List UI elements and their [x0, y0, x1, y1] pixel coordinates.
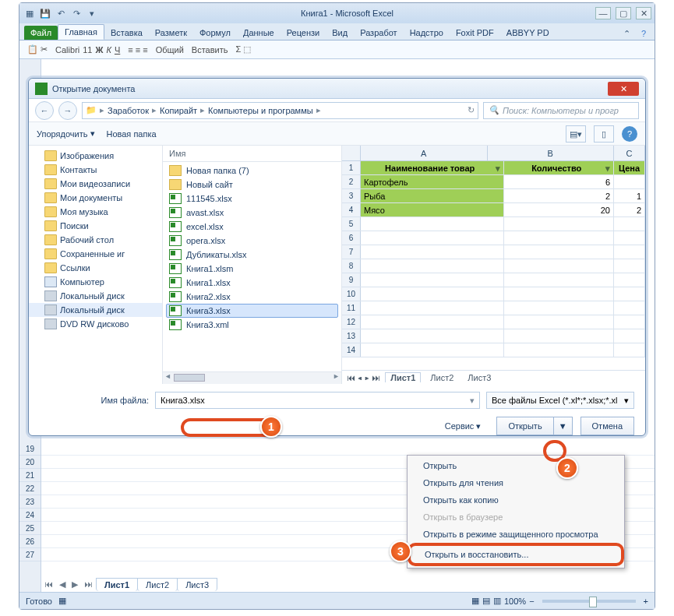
- tree-node[interactable]: Контакты: [29, 163, 162, 177]
- search-input[interactable]: 🔍 Поиск: Компьютеры и прогр: [483, 102, 639, 119]
- menu-item[interactable]: Открыть для чтения: [409, 474, 623, 491]
- row-header[interactable]: 20: [19, 456, 41, 469]
- tree-node[interactable]: Изображения: [29, 149, 162, 163]
- row-header[interactable]: 26: [19, 535, 41, 548]
- file-item[interactable]: Книга1.xlsx: [163, 276, 341, 290]
- font-size[interactable]: 11: [83, 45, 92, 55]
- tree-node[interactable]: Моя музыка: [29, 205, 162, 219]
- file-item[interactable]: Дубликаты.xlsx: [163, 248, 341, 262]
- minimize-button[interactable]: —: [595, 7, 611, 19]
- tab-formulas[interactable]: Формул: [193, 26, 237, 40]
- menu-item[interactable]: Открыть как копию: [409, 491, 623, 509]
- view-mode-button[interactable]: ▤▾: [566, 125, 586, 143]
- file-list[interactable]: Имя Новая папка (7)Новый сайт111545.xlsx…: [163, 146, 342, 384]
- file-item[interactable]: Книга3.xml: [163, 318, 341, 332]
- row-header[interactable]: 23: [19, 495, 41, 509]
- pv-tab-3[interactable]: Лист3: [463, 373, 496, 382]
- nav-back-button[interactable]: ←: [35, 101, 54, 120]
- save-icon[interactable]: 💾: [38, 6, 52, 20]
- row-header[interactable]: 27: [19, 548, 41, 561]
- file-list-header[interactable]: Имя: [163, 146, 341, 162]
- col-c[interactable]: C: [614, 146, 645, 160]
- row-header[interactable]: 22: [19, 482, 41, 495]
- pv-nav[interactable]: ⏮ ◀ ▶ ⏭: [347, 373, 380, 382]
- folder-tree[interactable]: ИзображенияКонтактыМои видеозаписиМои до…: [29, 146, 163, 384]
- sheet-nav-last[interactable]: ⏭: [81, 579, 96, 589]
- view-layout-icon[interactable]: ▤: [482, 596, 490, 606]
- file-item[interactable]: Книга1.xlsm: [163, 262, 341, 276]
- menu-item[interactable]: Открыть и восстановить...: [408, 543, 624, 566]
- refresh-icon[interactable]: ↻: [468, 105, 475, 115]
- file-item[interactable]: opera.xlsx: [163, 234, 341, 248]
- underline-button[interactable]: Ч: [115, 45, 120, 55]
- tab-view[interactable]: Вид: [326, 26, 354, 40]
- sheet-tab-3[interactable]: Лист3: [177, 578, 217, 591]
- file-type-filter[interactable]: Все файлы Excel (*.xl*;*.xlsx;*.xl▾: [486, 392, 634, 409]
- font-name[interactable]: Calibri: [55, 45, 79, 55]
- tab-developer[interactable]: Разработ: [354, 26, 403, 40]
- file-item[interactable]: 111545.xlsx: [163, 192, 341, 206]
- sheet-nav-prev[interactable]: ◀: [56, 579, 69, 590]
- zoom-slider[interactable]: [542, 600, 636, 603]
- undo-icon[interactable]: ↶: [54, 6, 68, 20]
- redo-icon[interactable]: ↷: [69, 6, 83, 20]
- horizontal-scrollbar[interactable]: [163, 371, 341, 384]
- tree-node[interactable]: Поиски: [29, 219, 162, 233]
- col-a[interactable]: A: [361, 146, 488, 160]
- file-item[interactable]: Книга2.xlsx: [163, 290, 341, 304]
- row-header[interactable]: 24: [19, 509, 41, 522]
- sheet-tab-1[interactable]: Лист1: [96, 578, 138, 591]
- tab-file[interactable]: Файл: [24, 26, 58, 40]
- sheet-nav-next[interactable]: ▶: [69, 579, 81, 590]
- pv-tab-1[interactable]: Лист1: [385, 372, 421, 382]
- file-item[interactable]: excel.xlsx: [163, 220, 341, 234]
- tab-addins[interactable]: Надстро: [404, 26, 450, 40]
- close-button[interactable]: ✕: [636, 7, 651, 19]
- zoom-in-icon[interactable]: +: [644, 597, 648, 606]
- tree-node[interactable]: Локальный диск: [29, 289, 162, 303]
- open-dropdown-arrow[interactable]: ▼: [554, 417, 573, 435]
- tab-data[interactable]: Данные: [237, 26, 281, 40]
- dialog-close-button[interactable]: ✕: [608, 82, 639, 96]
- tree-node[interactable]: Ссылки: [29, 261, 162, 275]
- tab-foxit[interactable]: Foxit PDF: [450, 26, 500, 40]
- preview-pane-button[interactable]: ▯: [594, 125, 614, 143]
- tree-node[interactable]: Компьютер: [29, 275, 162, 289]
- file-item[interactable]: avast.xlsx: [163, 206, 341, 220]
- view-break-icon[interactable]: ▥: [493, 596, 501, 606]
- bold-button[interactable]: Ж: [96, 45, 104, 55]
- maximize-button[interactable]: ▢: [616, 7, 631, 19]
- cancel-button[interactable]: Отмена: [580, 417, 634, 435]
- tab-abbyy[interactable]: ABBYY PD: [500, 26, 556, 40]
- tab-home[interactable]: Главная: [58, 24, 104, 40]
- qat-more-icon[interactable]: ▾: [85, 6, 99, 20]
- tools-menu[interactable]: Сервис ▾: [445, 421, 482, 431]
- tree-node[interactable]: Сохраненные иг: [29, 247, 162, 261]
- new-folder-button[interactable]: Новая папка: [106, 129, 156, 139]
- number-format[interactable]: Общий: [156, 45, 184, 55]
- ribbon-minimize-icon[interactable]: ⌃: [620, 27, 633, 40]
- tree-node[interactable]: Мои документы: [29, 191, 162, 205]
- breadcrumb[interactable]: 📁 ▸ Заработок▸ Копирайт▸ Компьютеры и пр…: [82, 102, 478, 119]
- tree-node[interactable]: Рабочий стол: [29, 233, 162, 247]
- menu-item[interactable]: Открыть в режиме защищенного просмотра: [409, 526, 623, 543]
- menu-item[interactable]: Открыть: [409, 457, 623, 474]
- sheet-nav-first[interactable]: ⏮: [41, 579, 56, 589]
- dialog-help-button[interactable]: ?: [622, 126, 637, 142]
- row-header[interactable]: 19: [19, 442, 41, 456]
- tab-review[interactable]: Рецензи: [281, 26, 326, 40]
- sheet-tab-2[interactable]: Лист2: [137, 578, 178, 591]
- tree-node[interactable]: Локальный диск: [29, 303, 162, 317]
- zoom-level[interactable]: 100%: [504, 597, 526, 606]
- macro-icon[interactable]: ▦: [58, 596, 66, 606]
- row-header[interactable]: 21: [19, 469, 41, 482]
- tree-node[interactable]: Мои видеозаписи: [29, 177, 162, 191]
- tree-node[interactable]: DVD RW дисково: [29, 317, 162, 331]
- row-header[interactable]: 25: [19, 522, 41, 535]
- file-item[interactable]: Книга3.xlsx: [166, 304, 338, 318]
- file-item[interactable]: Новая папка (7): [163, 164, 341, 178]
- help-icon[interactable]: ?: [637, 27, 650, 40]
- pv-tab-2[interactable]: Лист2: [425, 373, 458, 382]
- organize-button[interactable]: Упорядочить ▾: [37, 128, 95, 139]
- crumb-3[interactable]: Компьютеры и программы: [208, 106, 313, 115]
